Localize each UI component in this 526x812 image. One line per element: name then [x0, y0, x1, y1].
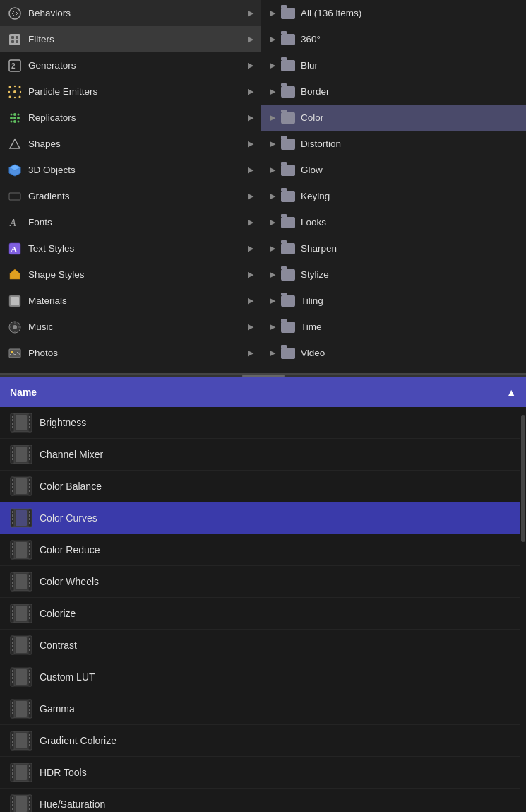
- right-scrollbar[interactable]: [520, 408, 526, 812]
- filter-item-color-reduce[interactable]: Color Reduce: [0, 534, 526, 566]
- svg-rect-50: [29, 426, 30, 428]
- filter-item-color-balance[interactable]: Color Balance: [0, 471, 526, 502]
- arrow-gradients: ▶: [248, 192, 253, 201]
- gradients-icon: [7, 189, 23, 204]
- filter-icon-channel-mixer: [10, 443, 32, 466]
- arrow-keying: ▶: [270, 192, 275, 201]
- sidebar-item-shapes[interactable]: Shapes ▶: [0, 131, 261, 157]
- sidebar-item-music[interactable]: Music ▶: [0, 314, 261, 340]
- svg-rect-134: [29, 649, 30, 651]
- arrow-all: ▶: [270, 8, 275, 18]
- sidebar-item-text-styles[interactable]: A Text Styles ▶: [0, 235, 261, 261]
- sidebar-item-fonts[interactable]: A Fonts ▶: [0, 209, 261, 235]
- svg-rect-58: [12, 458, 13, 460]
- svg-rect-68: [12, 483, 13, 485]
- filter-label-channel-mixer: Channel Mixer: [40, 449, 103, 460]
- sidebar-item-behaviors[interactable]: Behaviors ▶: [0, 0, 261, 26]
- svg-rect-91: [12, 543, 13, 545]
- right-item-looks[interactable]: ▶ Looks: [261, 209, 526, 235]
- sidebar-label-behaviors: Behaviors: [28, 8, 248, 18]
- right-item-video[interactable]: ▶ Video: [261, 340, 526, 366]
- filter-item-color-curves[interactable]: Color Curves: [0, 502, 526, 534]
- svg-rect-122: [29, 617, 30, 619]
- arrow-stylize: ▶: [270, 270, 275, 279]
- right-item-360[interactable]: ▶ 360°: [261, 26, 526, 52]
- svg-rect-47: [29, 416, 30, 418]
- filter-item-colorize[interactable]: Colorize: [0, 598, 526, 630]
- filter-item-color-wheels[interactable]: Color Wheels: [0, 566, 526, 598]
- svg-rect-103: [12, 575, 13, 577]
- svg-rect-59: [29, 447, 30, 449]
- svg-rect-146: [29, 681, 30, 683]
- sidebar-item-particle-emitters[interactable]: Particle Emitters ▶: [0, 78, 261, 105]
- right-label-color: Color: [301, 112, 518, 123]
- right-label-distortion: Distortion: [301, 139, 518, 149]
- filter-item-gamma[interactable]: Gamma: [0, 693, 526, 725]
- svg-rect-116: [12, 610, 13, 612]
- filter-item-channel-mixer[interactable]: Channel Mixer: [0, 439, 526, 471]
- right-item-color[interactable]: ▶ Color: [261, 105, 526, 131]
- sidebar-item-replicators[interactable]: Replicators ▶: [0, 105, 261, 131]
- right-label-glow: Glow: [301, 165, 518, 175]
- svg-rect-105: [12, 582, 13, 584]
- right-item-border[interactable]: ▶ Border: [261, 78, 526, 105]
- svg-rect-194: [29, 808, 30, 810]
- right-item-distortion[interactable]: ▶ Distortion: [261, 131, 526, 157]
- arrow-time: ▶: [270, 322, 275, 331]
- filter-item-brightness[interactable]: Brightness: [0, 407, 526, 439]
- svg-rect-180: [29, 769, 30, 771]
- right-item-sharpen[interactable]: ▶ Sharpen: [261, 235, 526, 261]
- svg-rect-98: [29, 553, 30, 555]
- particle-emitters-icon: [7, 84, 23, 100]
- svg-point-21: [13, 117, 16, 119]
- right-label-blur: Blur: [301, 60, 518, 71]
- right-item-all[interactable]: ▶ All (136 items): [261, 0, 526, 26]
- filter-item-gradient-colorize[interactable]: Gradient Colorize: [0, 725, 526, 757]
- filters-icon: [7, 32, 23, 47]
- filter-label-gradient-colorize: Gradient Colorize: [40, 735, 116, 746]
- shape-styles-icon: [7, 267, 23, 283]
- svg-rect-75: [16, 478, 27, 494]
- right-item-tiling[interactable]: ▶ Tiling: [261, 288, 526, 314]
- folder-icon-color: [281, 112, 295, 124]
- right-scrollbar-thumb[interactable]: [521, 415, 525, 542]
- svg-rect-181: [29, 772, 30, 775]
- svg-point-39: [11, 351, 13, 353]
- scroll-divider: [0, 375, 526, 377]
- right-item-stylize[interactable]: ▶ Stylize: [261, 261, 526, 288]
- name-header[interactable]: Name ▲: [0, 377, 526, 407]
- svg-rect-168: [29, 737, 30, 739]
- filter-item-contrast[interactable]: Contrast: [0, 630, 526, 661]
- right-item-glow[interactable]: ▶ Glow: [261, 157, 526, 183]
- svg-rect-183: [16, 765, 27, 780]
- svg-rect-92: [12, 546, 13, 548]
- folder-icon-sharpen: [281, 243, 295, 254]
- filter-item-custom-lut[interactable]: Custom LUT: [0, 661, 526, 693]
- folder-icon-keying: [281, 191, 295, 202]
- filter-item-hdr-tools[interactable]: HDR Tools: [0, 757, 526, 789]
- left-column: Behaviors ▶ Filters ▶ 2: [0, 0, 261, 373]
- filter-label-contrast: Contrast: [40, 640, 77, 651]
- right-item-time[interactable]: ▶ Time: [261, 314, 526, 340]
- scrollbar-thumb[interactable]: [242, 375, 285, 377]
- svg-rect-171: [16, 733, 27, 748]
- svg-rect-144: [29, 673, 30, 676]
- svg-text:A: A: [11, 244, 18, 254]
- right-item-keying[interactable]: ▶ Keying: [261, 183, 526, 209]
- sidebar-item-generators[interactable]: 2 Generators ▶: [0, 52, 261, 78]
- svg-point-15: [8, 90, 10, 92]
- filter-item-hue-saturation[interactable]: Hue/Saturation: [0, 789, 526, 812]
- svg-rect-156: [29, 705, 30, 707]
- svg-rect-170: [29, 744, 30, 746]
- right-item-blur[interactable]: ▶ Blur: [261, 52, 526, 78]
- sidebar-item-gradients[interactable]: Gradients ▶: [0, 183, 261, 209]
- arrow-glow: ▶: [270, 165, 275, 175]
- sidebar-label-text-styles: Text Styles: [28, 243, 248, 254]
- svg-rect-83: [29, 511, 30, 513]
- sidebar-item-materials[interactable]: Materials ▶: [0, 288, 261, 314]
- sidebar-item-shape-styles[interactable]: Shape Styles ▶: [0, 261, 261, 288]
- svg-rect-93: [12, 550, 13, 552]
- sidebar-item-photos[interactable]: Photos ▶: [0, 340, 261, 366]
- sidebar-item-filters[interactable]: Filters ▶: [0, 26, 261, 52]
- sidebar-item-3d-objects[interactable]: 3D Objects ▶: [0, 157, 261, 183]
